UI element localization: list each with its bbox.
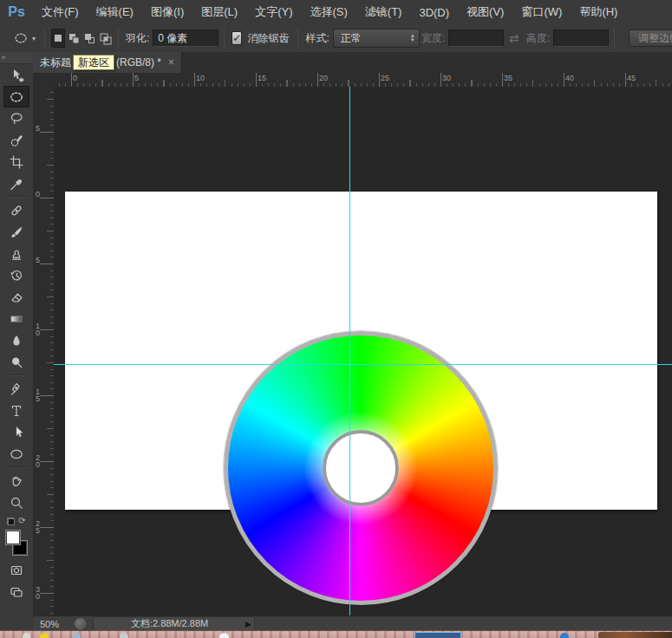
path-selection-tool[interactable] (3, 421, 29, 443)
document-tab[interactable]: 未标题 新选区 (RGB/8) * × (33, 52, 182, 73)
menu-image[interactable]: 图像(I) (151, 4, 184, 20)
menu-view[interactable]: 视图(V) (466, 4, 504, 20)
menu-filter[interactable]: 滤镜(T) (365, 4, 402, 20)
elliptical-marquee-preset-icon (12, 30, 29, 46)
toolbar-separator (5, 374, 28, 376)
gradient-tool[interactable] (3, 308, 29, 329)
elliptical-marquee-tool[interactable] (3, 86, 29, 107)
dodge-icon (9, 355, 24, 370)
style-dropdown[interactable]: 正常 ▲▼ (333, 29, 420, 48)
eyedropper-tool[interactable] (3, 173, 29, 194)
taskbar-icon[interactable] (560, 633, 569, 638)
intersect-selection-button[interactable] (98, 29, 112, 48)
screen-mode-button[interactable] (3, 581, 29, 602)
add-to-selection-button[interactable] (67, 29, 81, 48)
move-tool[interactable] (3, 64, 29, 86)
history-brush-tool[interactable] (3, 264, 29, 286)
menu-3d[interactable]: 3D(D) (419, 6, 449, 19)
toolbar-separator (5, 466, 28, 468)
vertical-ruler[interactable]: 5 0 5 10 15 20 25 30 (33, 87, 55, 615)
move-icon (9, 68, 24, 83)
ruler-label: 15 (36, 388, 42, 402)
intersect-selection-icon (98, 31, 112, 45)
menu-help[interactable]: 帮助(H) (579, 4, 617, 20)
menu-layer[interactable]: 图层(L) (201, 4, 238, 20)
ruler-label: 0 (36, 191, 42, 198)
ruler-label: 10 (196, 74, 205, 82)
color-swatches (5, 530, 28, 556)
taskbar-icon[interactable] (73, 633, 81, 638)
zoom-tool[interactable] (3, 492, 29, 513)
height-input[interactable] (553, 29, 609, 47)
new-selection-button[interactable] (51, 29, 65, 48)
tool-preset-picker[interactable]: ▾ (9, 29, 39, 48)
taskbar-icon[interactable] (219, 633, 229, 638)
ruler-label: 25 (381, 74, 389, 82)
brush-tool[interactable] (3, 221, 29, 243)
refine-edge-button[interactable]: 调整边缘 (629, 29, 672, 47)
clone-stamp-tool[interactable] (3, 243, 29, 264)
horizontal-guide[interactable] (54, 364, 672, 365)
crop-tool[interactable] (3, 151, 29, 173)
document-viewport[interactable] (54, 87, 672, 615)
swap-dimensions-icon[interactable]: ⇄ (509, 31, 519, 45)
horizontal-ruler[interactable]: 0 5 10 15 20 25 30 35 40 45 (54, 73, 672, 88)
eyedropper-icon (9, 176, 24, 192)
width-input[interactable] (448, 29, 504, 47)
eraser-tool[interactable] (3, 286, 29, 308)
subtract-from-selection-button[interactable] (82, 29, 96, 48)
crop-icon (9, 154, 24, 170)
tab-close-icon[interactable]: × (168, 57, 174, 68)
menu-type[interactable]: 文字(Y) (255, 4, 292, 20)
hand-tool[interactable] (3, 470, 29, 492)
menu-file[interactable]: 文件(F) (42, 4, 79, 20)
color-controls-row: ⟳ (7, 515, 25, 527)
taskbar-active-window-button[interactable] (414, 632, 461, 638)
lasso-tool[interactable] (3, 107, 29, 129)
type-icon (9, 403, 24, 419)
type-tool[interactable] (3, 400, 29, 421)
quick-mask-button[interactable] (3, 559, 29, 581)
height-label: 高度: (526, 31, 550, 46)
ruler-label: 25 (36, 520, 42, 534)
canvas[interactable] (65, 192, 657, 510)
foreground-color-swatch[interactable] (5, 530, 21, 545)
add-selection-icon (67, 31, 81, 45)
subtract-selection-icon (82, 31, 96, 45)
ruler-label: 45 (627, 74, 636, 82)
antialias-label[interactable]: 消除锯齿 (247, 31, 289, 46)
feather-label: 羽化: (126, 31, 149, 46)
brush-icon (9, 225, 24, 240)
pen-tool[interactable] (3, 378, 29, 400)
taskbar-icon[interactable] (40, 633, 49, 638)
dodge-tool[interactable] (3, 351, 29, 373)
quick-selection-icon (9, 133, 24, 148)
toolbar-collapse-button[interactable]: » (0, 52, 35, 64)
default-colors-icon[interactable] (7, 518, 15, 525)
antialias-checkbox[interactable]: ✓ (232, 31, 242, 45)
taskbar-icon[interactable] (23, 633, 30, 638)
quick-selection-tool[interactable] (3, 129, 29, 151)
feather-input[interactable] (153, 29, 219, 47)
status-popup-arrow-icon[interactable]: ▶ (245, 620, 251, 628)
selection-arrow-icon (9, 425, 24, 440)
taskbar-icon[interactable] (120, 633, 128, 638)
style-label: 样式: (305, 31, 329, 46)
spot-healing-brush-tool[interactable] (3, 199, 29, 221)
document-info-field[interactable]: 文档:2.88M/2.88M ▶ (93, 616, 255, 631)
menu-edit[interactable]: 编辑(E) (96, 4, 134, 20)
zoom-level-field[interactable]: 50% (40, 619, 69, 629)
swap-colors-icon[interactable]: ⟳ (18, 517, 25, 525)
menu-select[interactable]: 选择(S) (310, 4, 347, 20)
blur-tool[interactable] (3, 329, 29, 351)
ellipse-tool[interactable] (3, 443, 29, 465)
history-brush-icon (9, 268, 24, 283)
new-selection-icon (51, 31, 65, 45)
tools-panel: » (0, 52, 34, 630)
ruler-label: 20 (36, 454, 42, 468)
document-tab-bar: 未标题 新选区 (RGB/8) * × (33, 52, 672, 74)
vertical-guide[interactable] (349, 87, 350, 615)
document-size-text: 文档:2.88M/2.88M (94, 617, 245, 630)
ruler-corner[interactable] (33, 73, 55, 88)
menu-window[interactable]: 窗口(W) (521, 4, 562, 20)
